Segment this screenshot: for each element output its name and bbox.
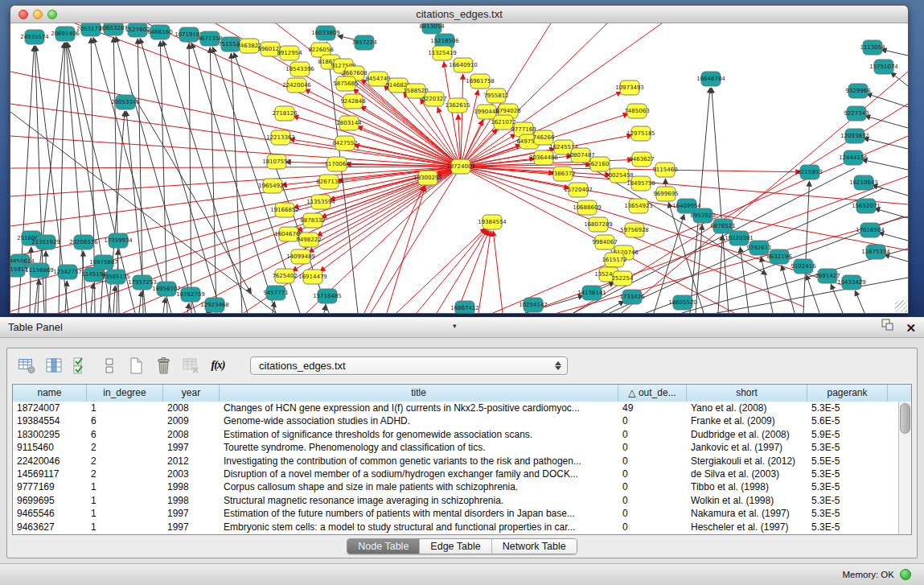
table-row[interactable]: 977716911998Corpus callosum shape and si… — [13, 480, 898, 493]
graph-node[interactable]: 16961758 — [466, 74, 495, 89]
network-canvas[interactable]: 2493557420691406205317191065328715276026… — [10, 23, 908, 313]
graph-node[interactable]: 8427552 — [332, 136, 357, 150]
table-row[interactable]: 911546021997Tourette syndrome. Phenomeno… — [13, 441, 898, 454]
splitter-handle-icon[interactable]: ▾ — [453, 315, 457, 336]
graph-node[interactable]: 12923468 — [200, 298, 229, 312]
graph-node[interactable]: 62160 — [590, 157, 610, 171]
graph-node[interactable]: 9392611 — [746, 241, 771, 255]
table-options-icon[interactable] — [17, 356, 36, 375]
table-row[interactable]: 946554611997Estimation of the future num… — [13, 507, 898, 520]
graph-node[interactable]: 16914479 — [298, 270, 327, 284]
close-panel-icon[interactable]: ✕ — [906, 322, 916, 334]
graph-node[interactable]: 19654925 — [258, 179, 287, 193]
table-row[interactable]: 946362711997Embryonic stem cells: a mode… — [13, 521, 898, 534]
graph-node[interactable]: 11675334 — [861, 245, 890, 259]
table-row[interactable]: 1938455462009Genome-wide association stu… — [13, 414, 898, 427]
delete-column-icon[interactable] — [154, 356, 173, 375]
graph-node[interactable]: 7386372 — [550, 167, 575, 181]
graph-node[interactable]: 7625402 — [272, 269, 297, 283]
scrollbar-thumb[interactable] — [900, 403, 910, 434]
column-header-year[interactable]: year — [163, 385, 220, 402]
table-row[interactable]: 1872400712008Changes of HCN gene express… — [13, 402, 898, 414]
graph-node[interactable]: 7955812 — [483, 89, 508, 103]
graph-node[interactable]: 18805520 — [668, 295, 697, 310]
new-column-icon[interactable] — [126, 356, 146, 375]
graph-node[interactable]: 18543396 — [285, 62, 314, 76]
graph-node[interactable]: 1113054 — [860, 40, 885, 55]
graph-node[interactable]: 8953923 — [690, 208, 715, 223]
window-titlebar[interactable]: citations_edges.txt — [10, 6, 908, 23]
graph-node[interactable]: 12975185 — [626, 126, 655, 141]
graph-node[interactable]: 9984067 — [592, 235, 617, 249]
graph-node[interactable]: 16210643 — [849, 175, 878, 190]
graph-node[interactable]: 7485063 — [624, 104, 649, 118]
graph-node[interactable]: 1615172 — [602, 253, 626, 267]
graph-node[interactable]: 7691427 — [815, 269, 840, 283]
graph-node[interactable]: 15718485 — [313, 289, 342, 303]
graph-node[interactable]: 8813054 — [419, 23, 445, 34]
column-header-short[interactable]: short — [687, 385, 807, 402]
table-row[interactable]: 1830029562008Estimation of significance … — [13, 428, 898, 441]
graph-node[interactable]: 5875685 — [333, 76, 358, 91]
graph-node[interactable]: 9227343 — [844, 106, 869, 121]
graph-node[interactable]: 12444156 — [839, 150, 868, 165]
graph-node[interactable]: 7857224 — [351, 35, 377, 50]
column-header-name[interactable]: name — [13, 385, 87, 402]
graph-node[interactable]: 9242848 — [340, 94, 365, 109]
function-builder-icon[interactable]: f(x) — [208, 356, 228, 375]
graph-node[interactable]: 17359934 — [104, 233, 133, 248]
column-header-pagerank[interactable]: pagerank — [807, 385, 888, 402]
resize-grip-icon[interactable] — [895, 300, 907, 312]
column-header-out_de[interactable]: △ out_de... — [618, 385, 687, 402]
graph-node[interactable]: 16640910 — [449, 58, 478, 72]
graph-node[interactable]: 9498222 — [296, 233, 321, 247]
graph-node[interactable]: 14099489 — [286, 249, 315, 264]
table-row[interactable]: 969969511998Structural magnetic resonanc… — [13, 494, 898, 507]
graph-node[interactable]: 8912954 — [277, 46, 302, 60]
graph-node[interactable]: 20691406 — [51, 27, 80, 41]
graph-node[interactable]: 2718126 — [272, 106, 298, 121]
graph-node[interactable]: 9463627 — [629, 152, 654, 167]
graph-node[interactable]: 1527602 — [125, 23, 150, 37]
graph-node[interactable]: 9457771 — [263, 286, 288, 300]
graph-node[interactable]: 19384554 — [478, 215, 507, 229]
graph-node[interactable]: 9102416 — [791, 259, 816, 274]
selection-mode-icon[interactable] — [72, 356, 91, 375]
graph-node[interactable]: 2803144 — [336, 116, 362, 130]
graph-node[interactable]: 16807289 — [584, 217, 613, 232]
graph-node[interactable]: 252254 — [612, 271, 634, 286]
graph-node[interactable]: 8215953 — [797, 165, 822, 179]
graph-node[interactable]: 8267130 — [316, 175, 341, 189]
tab-node-table[interactable]: Node Table — [347, 539, 419, 554]
vertical-scrollbar[interactable] — [898, 402, 911, 534]
graph-node[interactable]: 8632196 — [766, 249, 792, 264]
tab-network-table[interactable]: Network Table — [491, 539, 577, 554]
graph-node[interactable]: 19166852 — [270, 203, 299, 217]
column-header-in_degree[interactable]: in_degree — [87, 385, 163, 402]
graph-node[interactable]: 746266 — [533, 130, 555, 145]
graph-node[interactable]: 15751074 — [869, 60, 898, 74]
graph-node[interactable]: 9699695 — [653, 187, 678, 201]
graph-node[interactable]: 1170064 — [324, 157, 350, 171]
graph-node[interactable]: 13654923 — [624, 199, 653, 213]
graph-node[interactable]: 15720407 — [564, 183, 593, 197]
graph-node[interactable]: 16033809 — [311, 26, 340, 40]
graph-node[interactable]: 16648784 — [696, 72, 725, 86]
table-row[interactable]: 1456911722003Disruption of a novel membe… — [13, 468, 898, 480]
graph-node[interactable]: 12342757 — [53, 265, 82, 279]
graph-node[interactable]: 1362615 — [445, 98, 470, 113]
float-panel-icon[interactable] — [881, 317, 894, 338]
graph-node[interactable]: 1733426 — [619, 290, 645, 304]
table-row[interactable]: 2242004622012Investigating the contribut… — [13, 455, 898, 468]
graph-node[interactable]: 24935574 — [20, 30, 49, 44]
graph-node[interactable]: 59756928 — [620, 223, 649, 237]
graph-node[interactable]: 10433429 — [837, 275, 866, 290]
tab-edge-table[interactable]: Edge Table — [419, 539, 491, 554]
graph-node[interactable]: 9329966 — [845, 84, 871, 98]
graph-node[interactable]: 9115460 — [652, 163, 677, 177]
row-height-icon[interactable] — [99, 356, 118, 375]
column-header-title[interactable]: title — [220, 385, 618, 402]
graph-node[interactable]: 6466160 — [147, 25, 172, 39]
table-select-combo[interactable]: citations_edges.txt — [250, 356, 568, 375]
graph-node[interactable]: 8220327 — [421, 92, 446, 106]
